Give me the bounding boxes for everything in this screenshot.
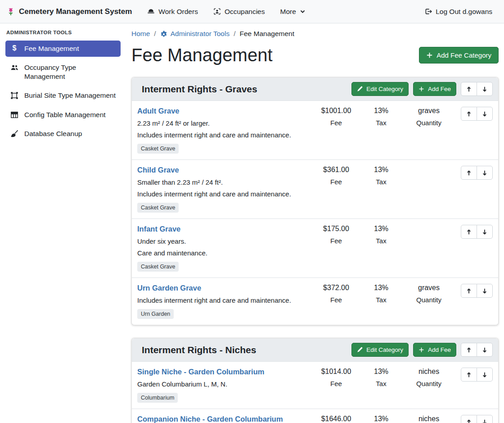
category-title: Interment Rights - Niches [142,345,351,355]
breadcrumb-separator: / [154,30,156,38]
plus-icon [426,52,433,59]
add-fee-button[interactable]: Add Fee [413,343,456,357]
fee-amount-col: $361.00 Fee [314,166,359,186]
move-fee-down-button[interactable] [477,415,493,423]
fee-amount-col: $1646.00 Fee [314,415,359,423]
fee-description: Includes interment right and care and ma… [137,131,309,139]
sidebar-item-label: Fee Management [24,44,79,53]
nav-more-label: More [280,8,296,16]
breadcrumb-home-link[interactable]: Home [131,30,150,38]
fee-row: Child Grave Smaller than 2.23 m² / 24 ft… [132,159,498,218]
sidebar-item-burial-site-type-management[interactable]: Burial Site Type Management [5,87,121,104]
fee-amount: $372.00 [314,284,359,292]
sidebar-item-config-table-management[interactable]: Config Table Management [5,107,121,123]
tax-label: Tax [359,119,404,127]
sidebar-item-fee-management[interactable]: $ Fee Management [5,41,121,57]
move-fee-down-button[interactable] [477,225,493,239]
nav-work-orders-label: Work Orders [158,8,198,16]
move-fee-up-button[interactable] [461,284,477,298]
breadcrumb-admin-tools-link[interactable]: Administrator Tools [160,30,230,38]
move-fee-down-button[interactable] [477,107,493,121]
move-category-up-button[interactable] [461,82,477,96]
fee-description: Under six years. [137,237,309,245]
sidebar-item-label: Database Cleanup [24,129,82,138]
move-fee-down-button[interactable] [477,166,493,180]
sidebar-item-occupancy-type-management[interactable]: Occupancy Type Management [5,59,121,85]
category-fee-list: Adult Grave 2.23 m² / 24 ft² or larger. … [132,101,498,325]
add-fee-category-button[interactable]: Add Fee Category [419,47,499,64]
move-fee-up-button[interactable] [461,368,477,382]
fee-row: Single Niche - Garden Columbarium Garden… [132,362,498,409]
tax-label: Tax [359,237,404,245]
fee-amount: $1001.00 [314,107,359,115]
quantity-col: graves Quantity [404,107,454,127]
move-category-up-button[interactable] [461,343,477,357]
nav-work-orders[interactable]: Work Orders [142,4,203,19]
breadcrumb-separator: / [234,30,235,38]
fee-name-link[interactable]: Adult Grave [137,107,180,115]
fee-description: 2.23 m² / 24 ft² or larger. [137,119,309,127]
main-content: Home / Administrator Tools / Fee Managem… [126,23,504,423]
fee-row: Companion Niche - Garden Columbarium Gar… [132,409,498,423]
move-fee-down-button[interactable] [477,284,493,298]
fee-label: Fee [314,237,359,245]
fee-label: Fee [314,380,359,387]
fee-type-badge: Urn Garden [137,309,174,319]
fee-amount: $1014.00 [314,368,359,376]
fee-category-card-graves: Interment Rights - Graves Edit Category … [131,77,499,325]
pencil-icon [357,347,363,353]
fee-name-link[interactable]: Companion Niche - Garden Columbarium [137,415,283,423]
sidebar-item-label: Occupancy Type Management [24,63,116,81]
tax-label: Tax [359,296,404,304]
fee-description: Care and maintenance. [137,249,309,257]
tax-value: 13% [359,415,404,423]
page-header: Fee Management Add Fee Category [131,45,499,65]
page-title: Fee Management [131,45,273,65]
fee-type-badge: Columbarium [137,393,178,403]
broom-icon [10,130,19,138]
breadcrumb-current: Fee Management [240,30,295,38]
category-header: Interment Rights - Graves Edit Category … [132,77,498,101]
fee-row: Adult Grave 2.23 m² / 24 ft² or larger. … [132,101,498,159]
fee-name-link[interactable]: Child Grave [137,166,179,174]
logout-link[interactable]: Log Out d.gowans [419,4,498,19]
fee-description: Smaller than 2.23 m² / 24 ft². [137,178,309,186]
edit-category-button[interactable]: Edit Category [351,343,409,357]
nav-occupancies[interactable]: Occupancies [208,4,270,19]
plus-icon [418,86,424,92]
move-fee-down-button[interactable] [477,368,493,382]
fee-name-link[interactable]: Urn Garden Grave [137,284,201,292]
nav-more[interactable]: More [275,4,311,19]
logout-icon [424,8,432,15]
quantity-unit: graves [404,107,454,115]
move-category-down-button[interactable] [477,82,493,96]
app-brand[interactable]: Cemetery Management System [6,7,132,16]
move-fee-up-button[interactable] [461,166,477,180]
tax-value: 13% [359,368,404,376]
fee-type-badge: Casket Grave [137,144,179,154]
fee-amount-col: $1001.00 Fee [314,107,359,127]
move-category-down-button[interactable] [477,343,493,357]
quantity-label: Quantity [404,119,454,127]
admin-sidebar: Administrator Tools $ Fee Management Occ… [0,23,126,423]
gear-icon [160,30,167,37]
tax-col: 13% Tax [359,166,404,186]
category-fee-list: Single Niche - Garden Columbarium Garden… [132,362,498,423]
move-fee-up-button[interactable] [461,415,477,423]
tax-value: 13% [359,166,404,174]
fee-name-link[interactable]: Infant Grave [137,225,180,233]
dollar-icon: $ [10,45,19,52]
sidebar-item-database-cleanup[interactable]: Database Cleanup [5,126,121,142]
chevron-down-icon [300,9,306,14]
add-fee-button[interactable]: Add Fee [413,82,456,96]
fee-row: Urn Garden Grave Includes interment righ… [132,277,498,325]
table-icon [10,111,19,119]
edit-category-button[interactable]: Edit Category [351,82,409,96]
nav-occupancies-label: Occupancies [225,8,265,16]
sidebar-item-label: Burial Site Type Management [24,91,116,100]
move-fee-up-button[interactable] [461,225,477,239]
tax-value: 13% [359,107,404,115]
fee-name-link[interactable]: Single Niche - Garden Columbarium [137,368,264,376]
move-fee-up-button[interactable] [461,107,477,121]
fee-type-badge: Casket Grave [137,203,179,213]
